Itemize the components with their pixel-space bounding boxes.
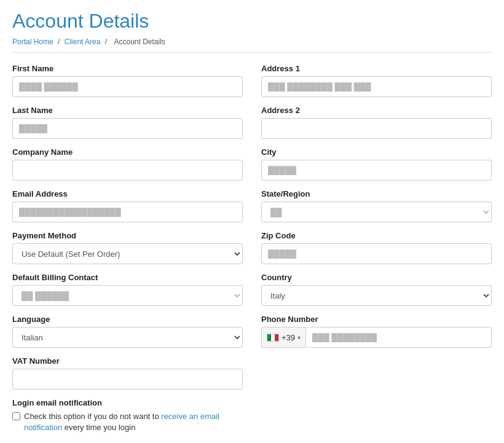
payment-method-group: Payment Method Use Default (Set Per Orde… xyxy=(12,231,243,264)
billing-contact-select[interactable]: ██ ██████ xyxy=(12,285,243,306)
vat-number-group: VAT Number xyxy=(12,356,243,390)
address1-label: Address 1 xyxy=(261,64,492,73)
login-notification-link[interactable]: receive an email notification xyxy=(24,412,219,432)
address1-input[interactable] xyxy=(261,76,492,97)
breadcrumb-current: Account Details xyxy=(114,37,165,46)
payment-method-select[interactable]: Use Default (Set Per Order) xyxy=(12,243,243,264)
city-input[interactable] xyxy=(261,160,492,181)
phone-number-label: Phone Number xyxy=(261,315,492,324)
phone-code: +39 xyxy=(282,333,295,342)
breadcrumb-client-area[interactable]: Client Area xyxy=(65,37,101,46)
last-name-label: Last Name xyxy=(12,106,243,115)
company-name-label: Company Name xyxy=(12,147,243,157)
address2-input[interactable] xyxy=(261,118,492,139)
email-address-label: Email Address xyxy=(12,189,243,198)
breadcrumb-portal-home[interactable]: Portal Home xyxy=(12,37,53,46)
billing-contact-group: Default Billing Contact ██ ██████ xyxy=(12,273,243,306)
zip-code-input[interactable] xyxy=(261,243,492,264)
phone-number-group: Phone Number +39 ▾ xyxy=(261,315,492,348)
country-group: Country Italy xyxy=(261,273,492,306)
state-region-group: State/Region ██ xyxy=(261,189,492,222)
company-name-group: Company Name xyxy=(12,147,243,181)
italy-flag-icon xyxy=(267,334,279,342)
country-label: Country xyxy=(261,273,492,282)
address2-group: Address 2 xyxy=(261,106,492,139)
state-region-select[interactable]: ██ xyxy=(261,202,492,222)
address1-group: Address 1 xyxy=(261,64,492,97)
email-address-group: Email Address xyxy=(12,189,243,222)
language-group: Language Italian xyxy=(12,315,243,348)
city-label: City xyxy=(261,147,492,157)
breadcrumb: Portal Home / Client Area / Account Deta… xyxy=(12,37,492,53)
login-notification-text: Check this option if you do not want to … xyxy=(24,411,243,433)
language-label: Language xyxy=(12,315,243,324)
last-name-input[interactable] xyxy=(12,118,243,139)
page-title: Account Details xyxy=(12,10,492,33)
state-region-label: State/Region xyxy=(261,189,492,198)
first-name-input[interactable] xyxy=(12,76,243,97)
email-address-input[interactable] xyxy=(12,202,243,222)
city-group: City xyxy=(261,147,492,181)
first-name-label: First Name xyxy=(12,64,243,73)
phone-country-btn[interactable]: +39 ▾ xyxy=(261,327,305,348)
country-select[interactable]: Italy xyxy=(261,285,492,306)
phone-input[interactable] xyxy=(305,327,492,348)
chevron-down-icon: ▾ xyxy=(297,334,301,341)
company-name-input[interactable] xyxy=(12,160,243,181)
vat-number-label: VAT Number xyxy=(12,356,243,366)
language-select[interactable]: Italian xyxy=(12,327,243,348)
login-notification-checkbox[interactable] xyxy=(12,412,20,420)
billing-contact-label: Default Billing Contact xyxy=(12,273,243,282)
address2-label: Address 2 xyxy=(261,106,492,115)
login-notification-group: Login email notification Check this opti… xyxy=(12,398,243,436)
login-notification-label: Login email notification xyxy=(12,398,243,407)
vat-number-input[interactable] xyxy=(12,369,243,390)
payment-method-label: Payment Method xyxy=(12,231,243,240)
zip-code-label: Zip Code xyxy=(261,231,492,240)
first-name-group: First Name xyxy=(12,64,243,97)
zip-code-group: Zip Code xyxy=(261,231,492,264)
last-name-group: Last Name xyxy=(12,106,243,139)
